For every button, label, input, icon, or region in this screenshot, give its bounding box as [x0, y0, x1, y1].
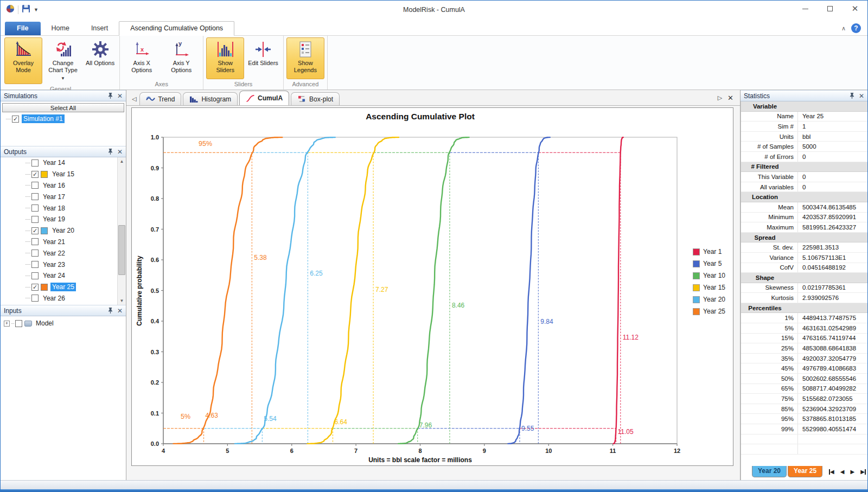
- output-checkbox[interactable]: ✓: [31, 171, 39, 178]
- scroll-up-icon[interactable]: ▲: [118, 157, 126, 165]
- variable-tab-year-20[interactable]: Year 20: [752, 466, 787, 477]
- status-bar: [1, 480, 867, 489]
- tab-ascending-cumulative-options[interactable]: Ascending Cumulative Options: [119, 21, 234, 36]
- output-checkbox[interactable]: [31, 159, 39, 167]
- change-chart-type-button[interactable]: Change Chart Type ▼: [44, 37, 82, 84]
- legend-swatch: [693, 284, 700, 291]
- tab-file[interactable]: File: [5, 22, 41, 35]
- stats-row-45: 45%4976789.41086683: [741, 363, 867, 374]
- pin-icon[interactable]: [108, 92, 113, 99]
- tab-box-plot[interactable]: Box-plot: [291, 92, 340, 105]
- output-checkbox[interactable]: [31, 238, 39, 245]
- output-item-year-24[interactable]: Year 24: [1, 270, 117, 282]
- output-checkbox[interactable]: [31, 272, 39, 279]
- legend-label: Year 5: [703, 260, 722, 267]
- close-document-icon[interactable]: ✕: [727, 94, 733, 102]
- scroll-down-icon[interactable]: ▼: [118, 297, 126, 305]
- y-tick-label: 0.5: [151, 287, 159, 294]
- output-item-year-15[interactable]: ✓Year 15: [1, 169, 117, 180]
- p5-value-label: 6.64: [335, 418, 348, 426]
- stat-value: Year 25: [797, 112, 867, 122]
- nav-next-button[interactable]: ▶: [851, 469, 855, 475]
- output-checkbox[interactable]: [31, 250, 39, 257]
- show-sliders-button[interactable]: Show Sliders: [206, 37, 244, 79]
- legend-swatch: [693, 308, 700, 315]
- x-tick-label: 5: [226, 448, 229, 454]
- show-legends-button[interactable]: Show Legends: [286, 37, 324, 79]
- edit-sliders-button[interactable]: Edit Sliders: [246, 37, 280, 79]
- close-panel-icon[interactable]: ✕: [117, 92, 123, 100]
- tab-home[interactable]: Home: [41, 22, 80, 35]
- nav-first-button[interactable]: ◀: [829, 469, 834, 475]
- collapse-ribbon-icon[interactable]: ∧: [841, 25, 846, 32]
- simulation-item[interactable]: ✓ Simulation #1: [1, 113, 126, 124]
- stat-value: 5819951.26423327: [797, 222, 867, 232]
- help-icon[interactable]: ?: [851, 23, 861, 33]
- output-item-year-19[interactable]: Year 19: [1, 214, 117, 225]
- minimize-button[interactable]: [793, 1, 818, 17]
- output-item-year-22[interactable]: Year 22: [1, 247, 117, 259]
- expand-icon[interactable]: +: [4, 321, 10, 327]
- x-tick-label: 7: [354, 448, 358, 454]
- output-checkbox[interactable]: [31, 193, 39, 200]
- nav-previous-button[interactable]: ◀: [840, 469, 845, 475]
- tab-cumula[interactable]: CumulA: [239, 91, 289, 105]
- output-item-year-16[interactable]: Year 16: [1, 180, 117, 191]
- outputs-scrollbar[interactable]: ▲ ▼: [117, 157, 126, 305]
- output-item-year-23[interactable]: Year 23: [1, 259, 117, 270]
- document-tabbar: ◁ TrendHistogramCumulABox-plot ▷ ✕: [126, 90, 740, 106]
- output-item-year-26[interactable]: Year 26: [1, 293, 117, 304]
- output-checkbox[interactable]: [31, 182, 39, 189]
- all-options-button[interactable]: All Options: [84, 37, 117, 84]
- tab-scroll-left-icon[interactable]: ◁: [131, 95, 139, 105]
- simulation-checkbox[interactable]: ✓: [12, 116, 19, 123]
- button-label: Edit Sliders: [248, 60, 278, 67]
- scrollbar-thumb[interactable]: [118, 225, 125, 275]
- statistics-panel-header: Statistics ✕: [741, 90, 867, 101]
- tab-insert[interactable]: Insert: [80, 22, 119, 35]
- model-item[interactable]: + Model: [1, 318, 126, 329]
- close-panel-icon[interactable]: ✕: [117, 307, 123, 315]
- legend-label: Year 15: [703, 284, 725, 291]
- model-checkbox[interactable]: [15, 320, 22, 327]
- nav-last-button[interactable]: ▶: [860, 469, 866, 475]
- close-button[interactable]: ✕: [843, 1, 867, 17]
- output-checkbox[interactable]: ✓: [31, 227, 39, 234]
- output-item-year-17[interactable]: Year 17: [1, 191, 117, 202]
- output-label: Year 20: [50, 226, 76, 235]
- output-item-year-21[interactable]: Year 21: [1, 237, 117, 248]
- stats-section-spacer: [797, 101, 867, 111]
- output-item-year-18[interactable]: Year 18: [1, 202, 117, 214]
- x-tick-label: 10: [545, 448, 552, 454]
- output-checkbox[interactable]: [31, 261, 39, 268]
- output-item-year-20[interactable]: ✓Year 20: [1, 225, 117, 237]
- close-panel-icon[interactable]: ✕: [859, 92, 864, 100]
- button-label: Show Sliders: [208, 60, 242, 73]
- pin-icon[interactable]: [108, 148, 113, 155]
- output-item-year-14[interactable]: Year 14: [1, 157, 117, 169]
- axis-x-options-button[interactable]: xAxis X Options: [123, 37, 161, 79]
- axis-y-options-button[interactable]: yAxis Y Options: [162, 37, 200, 79]
- close-panel-icon[interactable]: ✕: [117, 148, 123, 156]
- overlay-mode-button[interactable]: Overlay Mode: [4, 37, 42, 84]
- tab-histogram[interactable]: Histogram: [183, 92, 238, 105]
- maximize-button[interactable]: [818, 1, 843, 17]
- select-all-button[interactable]: Select All: [2, 103, 124, 112]
- output-checkbox[interactable]: ✓: [31, 284, 39, 291]
- cdf-curve-year-5: [508, 137, 550, 444]
- stats-row-maximum: Maximum5819951.26423327: [741, 222, 867, 233]
- output-checkbox[interactable]: [31, 216, 39, 223]
- stats-section-spread: Spread: [741, 233, 867, 243]
- pin-icon[interactable]: [850, 92, 854, 99]
- series-color-swatch: [41, 284, 48, 291]
- tab-scroll-right-icon[interactable]: ▷: [718, 94, 722, 101]
- button-label: Axis Y Options: [164, 60, 198, 73]
- tab-trend[interactable]: Trend: [139, 92, 181, 105]
- output-checkbox[interactable]: [31, 295, 39, 302]
- pin-icon[interactable]: [108, 307, 113, 314]
- output-item-year-25[interactable]: ✓Year 25: [1, 282, 117, 293]
- legend-swatch: [693, 296, 700, 303]
- upper-slider-label: 95%: [199, 140, 212, 148]
- variable-tab-year-25[interactable]: Year 25: [788, 466, 822, 477]
- output-checkbox[interactable]: [31, 205, 39, 212]
